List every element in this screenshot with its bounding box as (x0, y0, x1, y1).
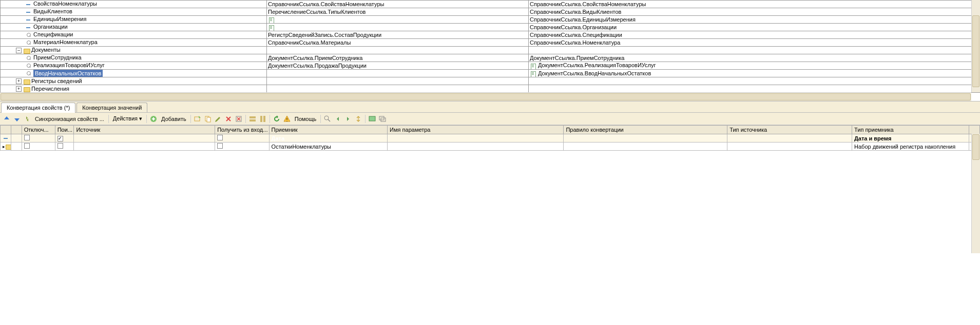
tree-row[interactable]: +Регистры сведений (1, 77, 980, 85)
mag-icon (25, 32, 32, 38)
sync-button[interactable]: Синхронизация свойств ... (33, 116, 106, 122)
cell-receiver[interactable]: ОстаткиНоменклатуры (269, 143, 388, 151)
bottom-grid[interactable]: Отключ... Пои... Источник Получить из вх… (0, 125, 980, 151)
tree-col3-text: ДокументСсылка.ВводНачальныхОстатков (538, 70, 651, 76)
get-checkbox[interactable] (217, 143, 223, 149)
tree-label: Регистры сведений (31, 78, 82, 84)
doc-icon (530, 71, 537, 77)
header-source[interactable]: Источник (74, 126, 215, 134)
mag-icon (25, 63, 32, 69)
tab-properties[interactable]: Конвертация свойств (*) (1, 103, 75, 113)
prop-icon (25, 2, 32, 8)
bottom-scrollbar-v[interactable] (971, 134, 980, 253)
nav-up-icon[interactable] (2, 114, 11, 124)
cell-receiver[interactable]: Дата (269, 134, 388, 143)
next-icon[interactable] (343, 114, 353, 124)
tree-label: СвойстваНоменклатуры (33, 1, 97, 7)
grid-row[interactable]: ▸ОстаткиНоменклатурыНабор движений регис… (1, 143, 980, 151)
edit-icon[interactable] (214, 114, 223, 124)
find-icon[interactable] (323, 114, 332, 124)
cell-recvtype: Дата и время (852, 134, 969, 143)
header-poi[interactable]: Пои... (55, 126, 74, 134)
warning-icon[interactable] (282, 114, 292, 124)
toolbar: Синхронизация свойств ... Действия ▾ Доб… (0, 113, 980, 125)
tree-row[interactable]: ВводНачальныхОстатковДокументСсылка.Ввод… (1, 70, 980, 77)
expand-toggle-icon[interactable]: + (16, 86, 22, 92)
grid-row[interactable]: ДатаДата и время (1, 134, 980, 143)
off-checkbox[interactable] (24, 135, 30, 140)
top-scrollbar-thumb-v[interactable] (972, 15, 979, 87)
header-get[interactable]: Получить из вход... (215, 126, 269, 134)
tree-col3-text: СправочникСсылка.Номенклатура (530, 39, 620, 46)
top-tree-panel: СвойстваНоменклатурыСправочникСсылка.Сво… (0, 0, 980, 101)
help-button[interactable]: Помощь (293, 116, 319, 122)
tree-row[interactable]: ПриемСотрудникаДокументСсылка.ПриемСотру… (1, 54, 980, 62)
tree-row[interactable]: РеализацияТоваровИУслугДокументСсылка.Пр… (1, 62, 980, 70)
tree-col3-text: ДокументСсылка.РеализацияТоваровИУслуг (538, 62, 656, 68)
svg-rect-5 (249, 116, 256, 118)
tree-grid[interactable]: СвойстваНоменклатурыСправочникСсылка.Сво… (0, 0, 980, 93)
expand-toggle-icon[interactable]: – (16, 48, 22, 53)
screen-icon[interactable] (368, 114, 377, 124)
delete-icon[interactable] (224, 114, 233, 124)
svg-rect-7 (260, 116, 262, 122)
new-row-icon[interactable] (193, 114, 202, 124)
prop-icon (25, 9, 32, 15)
off-checkbox[interactable] (24, 143, 30, 149)
copy-icon[interactable] (203, 114, 213, 124)
refresh-icon[interactable] (272, 114, 281, 124)
poi-checkbox[interactable] (57, 143, 63, 149)
top-scrollbar-h[interactable] (0, 92, 971, 101)
tree-row[interactable]: МатериалНоменклатураСправочникСсылка.Мат… (1, 39, 980, 47)
header-off[interactable]: Отключ... (22, 126, 55, 134)
prop-icon (25, 17, 32, 23)
tree-col3-text: СправочникСсылка.СвойстваНоменклатуры (530, 1, 646, 7)
tab-values[interactable]: Конвертация значений (76, 103, 147, 112)
doc-icon (530, 63, 537, 69)
tree-row[interactable]: +Перечисления (1, 85, 980, 93)
tree-row[interactable]: ВидыКлиентовПеречислениеСсылка.ТипыКлиен… (1, 8, 980, 16)
tree-col2-text: ПеречислениеСсылка.ТипыКлиентов (268, 9, 366, 15)
tree-row[interactable]: ОрганизацииСправочникСсылка.Организации (1, 24, 980, 31)
header-param[interactable]: Имя параметра (388, 126, 564, 134)
window-row-icon[interactable] (248, 114, 257, 124)
tree-col2-text: ДокументСсылка.ПродажаПродукции (268, 63, 367, 69)
mag-icon (25, 71, 32, 77)
tree-row[interactable]: СпецификацииРегистрСведенийЗапись.Состав… (1, 31, 980, 39)
top-scrollbar-thumb-h[interactable] (1, 93, 971, 100)
nav-down-icon[interactable] (12, 114, 22, 124)
tree-col3-text: СправочникСсылка.Спецификации (530, 32, 622, 38)
window-col-icon[interactable] (258, 114, 267, 124)
top-scrollbar-v[interactable] (971, 0, 980, 92)
tree-label: ВводНачальныхОстатков (33, 70, 103, 77)
tree-label: Организации (33, 24, 68, 30)
tree-row[interactable]: СвойстваНоменклатурыСправочникСсылка.Сво… (1, 1, 980, 8)
tree-label: МатериалНоменклатура (33, 39, 98, 45)
add-button[interactable]: Добавить (159, 116, 188, 122)
tree-label: ВидыКлиентов (33, 8, 72, 14)
header-expand[interactable] (11, 126, 22, 134)
svg-rect-3 (207, 117, 210, 122)
expand-toggle-icon[interactable]: + (16, 78, 22, 84)
actions-button[interactable]: Действия ▾ (111, 115, 144, 122)
doc-icon (268, 25, 275, 31)
delete-marked-icon[interactable] (234, 114, 243, 124)
sync-icon[interactable] (23, 114, 32, 124)
prev-icon[interactable] (333, 114, 342, 124)
screens-icon[interactable] (378, 114, 387, 124)
header-scroll-gutter (969, 126, 980, 134)
tree-row[interactable]: –Документы (1, 47, 980, 54)
collapse-all-icon[interactable] (354, 114, 363, 124)
poi-checkbox[interactable] (57, 136, 63, 141)
tree-row[interactable]: ЕдиницыИзмеренияСправочникСсылка.Единицы… (1, 16, 980, 24)
header-receiver[interactable]: Приемник (269, 126, 388, 134)
header-recvtype[interactable]: Тип приемника (852, 126, 969, 134)
header-rule[interactable]: Правило конвертации (564, 126, 727, 134)
doc-icon (268, 17, 275, 23)
tree-col2-text: ДокументСсылка.ПриемСотрудника (268, 55, 362, 61)
bottom-scrollbar-thumb-v[interactable] (972, 134, 979, 160)
get-checkbox[interactable] (217, 135, 223, 140)
header-marker[interactable] (1, 126, 11, 134)
add-icon[interactable] (149, 114, 158, 124)
header-srctype[interactable]: Тип источника (727, 126, 852, 134)
